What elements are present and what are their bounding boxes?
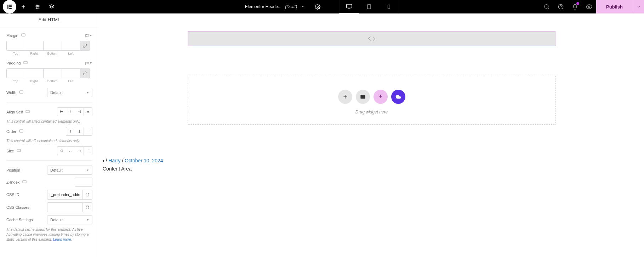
svg-rect-3 <box>9 8 12 9</box>
add-section-button[interactable] <box>338 90 352 104</box>
css-id-dynamic[interactable] <box>82 190 92 200</box>
dim-label-left: Left <box>62 52 80 55</box>
device-mobile[interactable] <box>379 0 399 13</box>
svg-point-11 <box>36 8 38 9</box>
svg-point-7 <box>36 5 38 6</box>
responsive-icon[interactable] <box>17 149 21 153</box>
position-select[interactable]: Default▼ <box>47 166 92 175</box>
templates-button[interactable] <box>356 90 370 104</box>
size-none[interactable]: ⊘ <box>57 146 66 155</box>
size-more[interactable]: ⋮ <box>84 146 92 155</box>
svg-point-9 <box>38 6 39 7</box>
size-grow[interactable]: ↔ <box>66 146 75 155</box>
svg-rect-16 <box>367 5 371 9</box>
margin-unit[interactable]: px ▾ <box>85 33 92 38</box>
margin-top-input[interactable] <box>6 41 25 51</box>
svg-rect-29 <box>23 180 26 183</box>
ai-button[interactable] <box>374 90 388 104</box>
width-select[interactable]: Default▼ <box>47 88 92 97</box>
svg-rect-27 <box>19 130 23 132</box>
size-label: Size <box>6 149 14 153</box>
padding-left-input[interactable] <box>62 68 80 78</box>
date-link[interactable]: October 10, 2024 <box>125 158 163 163</box>
align-center[interactable]: ⊥ <box>66 107 75 116</box>
help-icon[interactable] <box>554 0 568 13</box>
search-icon[interactable] <box>540 0 554 13</box>
device-desktop[interactable] <box>339 0 359 13</box>
zindex-label: Z-Index <box>6 180 19 184</box>
device-tablet[interactable] <box>359 0 379 13</box>
order-label: Order <box>6 129 16 134</box>
cache-learn-more[interactable]: Learn more. <box>53 238 72 241</box>
margin-right-input[interactable] <box>25 41 43 51</box>
post-meta: ‹ / Harry / October 10, 2024 <box>103 158 163 163</box>
cache-label: Cache Settings <box>6 218 33 222</box>
cache-help: The default cache status for this elemen… <box>6 227 92 242</box>
responsive-icon[interactable] <box>19 129 23 134</box>
svg-rect-28 <box>17 149 21 152</box>
page-settings-icon[interactable] <box>310 0 325 13</box>
doc-dropdown-icon[interactable] <box>301 4 305 10</box>
padding-label: Padding <box>6 61 21 65</box>
notifications-icon[interactable] <box>568 0 582 13</box>
css-classes-label: CSS Classes <box>6 205 29 209</box>
css-id-label: CSS ID <box>6 192 19 197</box>
draft-label: (Draft) <box>285 4 297 9</box>
align-start[interactable]: ⊢ <box>57 107 66 116</box>
preview-icon[interactable] <box>582 0 596 13</box>
css-classes-input[interactable] <box>47 202 82 212</box>
content-area-label: Content Area <box>103 166 132 172</box>
cloud-button[interactable] <box>391 90 405 104</box>
responsive-icon[interactable] <box>22 180 27 185</box>
width-label: Width <box>6 90 16 95</box>
svg-rect-25 <box>19 91 23 93</box>
responsive-icon[interactable] <box>19 90 23 95</box>
author-link[interactable]: Harry <box>108 158 120 163</box>
align-stretch[interactable]: ⬌ <box>84 107 92 116</box>
zindex-input[interactable] <box>75 178 92 187</box>
css-classes-dynamic[interactable] <box>82 202 92 212</box>
dim-label-top: Top <box>6 52 25 55</box>
css-id-input[interactable] <box>47 190 82 200</box>
padding-right-input[interactable] <box>25 68 43 78</box>
elementor-logo[interactable] <box>3 0 16 13</box>
document-title: Elementor Heade... <box>245 4 281 9</box>
publish-button[interactable]: Publish <box>596 0 633 13</box>
position-label: Position <box>6 168 20 172</box>
settings-sliders-icon[interactable] <box>30 0 45 13</box>
add-icon[interactable] <box>16 0 30 13</box>
svg-point-22 <box>588 6 590 8</box>
code-icon <box>368 35 376 43</box>
svg-rect-26 <box>26 110 29 113</box>
margin-label: Margin <box>6 33 18 38</box>
svg-rect-17 <box>388 5 390 9</box>
responsive-icon[interactable] <box>25 110 30 114</box>
panel-title: Edit HTML <box>0 13 99 26</box>
drop-text: Drag widget here <box>188 110 555 114</box>
align-end[interactable]: ⊣ <box>75 107 84 116</box>
notification-dot <box>576 2 579 5</box>
publish-dropdown[interactable] <box>633 0 644 13</box>
responsive-icon[interactable] <box>21 33 25 38</box>
cache-select[interactable]: Default▼ <box>47 215 92 224</box>
size-shrink[interactable]: ⇥ <box>75 146 84 155</box>
order-first[interactable]: ⤒ <box>66 127 75 136</box>
order-help: This control will affect contained eleme… <box>6 139 92 144</box>
padding-link-toggle[interactable] <box>80 68 90 78</box>
margin-bottom-input[interactable] <box>43 41 62 51</box>
padding-bottom-input[interactable] <box>43 68 62 78</box>
structure-icon[interactable] <box>45 0 59 13</box>
dim-label-bottom: Bottom <box>43 52 62 55</box>
margin-left-input[interactable] <box>62 41 80 51</box>
responsive-icon[interactable] <box>23 61 28 66</box>
padding-top-input[interactable] <box>6 68 25 78</box>
order-more[interactable]: ⋮ <box>84 127 92 136</box>
dim-label-right: Right <box>25 52 43 55</box>
margin-link-toggle[interactable] <box>80 41 90 51</box>
order-last[interactable]: ⤓ <box>75 127 84 136</box>
padding-unit[interactable]: px ▾ <box>85 60 92 66</box>
svg-point-13 <box>317 6 318 7</box>
html-widget[interactable] <box>188 31 555 46</box>
drop-zone[interactable]: Drag widget here <box>188 76 555 125</box>
svg-point-31 <box>86 206 89 207</box>
